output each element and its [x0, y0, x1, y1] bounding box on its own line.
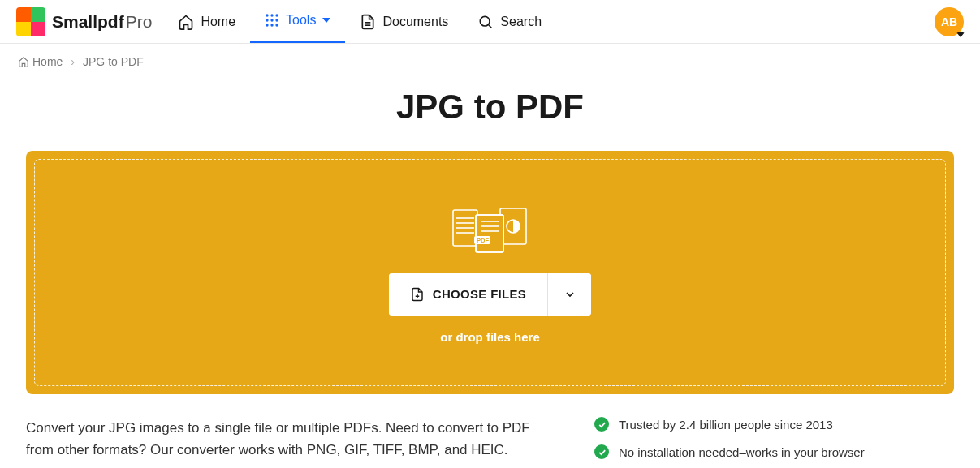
choose-files-button[interactable]: CHOOSE FILES: [389, 273, 547, 316]
breadcrumb-current: JPG to PDF: [83, 55, 144, 68]
benefits-list: Trusted by 2.4 billion people since 2013…: [594, 417, 903, 461]
svg-point-7: [270, 24, 273, 26]
user-avatar[interactable]: AB: [935, 7, 964, 36]
svg-point-3: [266, 19, 268, 21]
nav-tools[interactable]: Tools: [250, 0, 345, 43]
svg-point-2: [275, 14, 278, 16]
breadcrumb: Home › JPG to PDF: [0, 44, 980, 79]
brand-suffix: Pro: [126, 12, 153, 31]
svg-rect-20: [476, 215, 503, 252]
app-header: SmallpdfPro Home Tools Documents Search …: [0, 0, 980, 44]
file-dropzone[interactable]: PDF CHOOSE FILES or drop files here: [26, 151, 954, 394]
breadcrumb-home-label: Home: [32, 55, 63, 68]
benefit-item: No installation needed–works in your bro…: [594, 444, 903, 459]
document-icon: [360, 14, 376, 30]
main-nav: Home Tools Documents Search: [163, 0, 556, 43]
check-icon: [594, 417, 609, 432]
nav-home-label: Home: [201, 15, 235, 29]
home-icon: [18, 56, 29, 67]
svg-point-4: [270, 19, 273, 21]
files-illustration-icon: PDF: [450, 204, 531, 259]
choose-files-label: CHOOSE FILES: [433, 287, 526, 301]
nav-documents-label: Documents: [382, 15, 448, 29]
nav-search[interactable]: Search: [463, 0, 556, 43]
nav-search-label: Search: [500, 15, 542, 29]
chevron-down-icon: [563, 288, 576, 301]
breadcrumb-home[interactable]: Home: [18, 55, 63, 68]
nav-tools-label: Tools: [286, 13, 316, 28]
benefit-text: Trusted by 2.4 billion people since 2013: [619, 418, 833, 432]
brand-logo[interactable]: SmallpdfPro: [16, 7, 152, 36]
benefit-text: No installation needed–works in your bro…: [619, 445, 865, 459]
svg-point-1: [270, 14, 273, 16]
caret-down-icon: [322, 16, 330, 24]
svg-line-12: [489, 24, 492, 28]
logo-icon: [16, 7, 45, 36]
check-icon: [594, 444, 609, 459]
svg-point-6: [266, 24, 268, 26]
avatar-initials: AB: [941, 15, 957, 28]
brand-name: Smallpdf: [52, 12, 124, 31]
caret-down-icon: [956, 32, 965, 37]
dropzone-inner: PDF CHOOSE FILES or drop files here: [34, 159, 946, 386]
grid-icon: [265, 13, 279, 28]
benefit-item: Trusted by 2.4 billion people since 2013: [594, 417, 903, 432]
below-content: Convert your JPG images to a single file…: [26, 417, 954, 461]
choose-files-group: CHOOSE FILES: [389, 273, 591, 316]
choose-files-dropdown[interactable]: [547, 273, 591, 316]
svg-point-5: [275, 19, 278, 21]
svg-point-8: [275, 24, 278, 26]
nav-documents[interactable]: Documents: [345, 0, 463, 43]
nav-home[interactable]: Home: [163, 0, 250, 43]
home-icon: [178, 14, 194, 30]
breadcrumb-separator: ›: [71, 55, 75, 68]
file-plus-icon: [410, 286, 425, 303]
tool-description: Convert your JPG images to a single file…: [26, 417, 546, 461]
svg-point-0: [266, 14, 268, 16]
svg-point-11: [481, 16, 490, 26]
drop-hint: or drop files here: [440, 330, 540, 344]
page-title: JPG to PDF: [0, 88, 980, 127]
svg-text:PDF: PDF: [477, 237, 489, 244]
search-icon: [477, 14, 494, 30]
